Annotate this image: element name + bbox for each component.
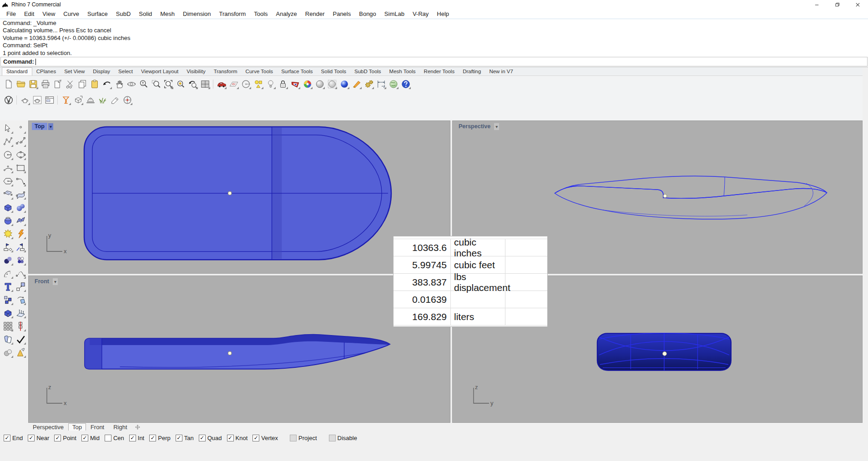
trim-tool-icon[interactable] <box>1 241 14 253</box>
patch-surface-tool-icon[interactable] <box>14 214 27 227</box>
freeform-curve-tool-icon[interactable] <box>14 175 27 187</box>
sphere-tool-icon[interactable] <box>14 201 27 214</box>
revolve-tool-icon[interactable] <box>1 214 14 227</box>
menu-item[interactable]: View <box>38 10 59 18</box>
menu-item[interactable]: Bongo <box>355 10 380 18</box>
render-plugin-icon[interactable] <box>289 78 301 90</box>
viewport-front-menu-arrow-icon[interactable]: ▾ <box>53 278 58 285</box>
volume-readout-table[interactable]: 10363.6 cubic inches 5.99745 cubic feet … <box>393 236 548 327</box>
viewport-tab[interactable]: Right <box>109 424 131 431</box>
osnap-toggle[interactable]: Knot <box>227 435 248 441</box>
osnap-toggle[interactable]: Int <box>129 435 144 441</box>
close-button[interactable] <box>848 0 868 9</box>
menu-item[interactable]: Edit <box>20 10 38 18</box>
toolbar-tab[interactable]: Display <box>89 68 114 75</box>
paste-icon[interactable] <box>88 78 101 90</box>
cut-icon[interactable] <box>64 78 76 90</box>
osnap-checkbox[interactable] <box>28 435 35 441</box>
menu-item[interactable]: Transform <box>215 10 250 18</box>
separator[interactable] <box>211 78 215 90</box>
menu-item[interactable]: Curve <box>59 10 83 18</box>
toolbar-tab[interactable]: Visibility <box>182 68 209 75</box>
viewport-front-label[interactable]: Front <box>32 278 52 285</box>
viewport-top[interactable]: Top ▾ y x <box>28 120 450 274</box>
zoom-selected-icon[interactable] <box>174 78 187 90</box>
toolbar-tab[interactable]: Surface Tools <box>277 68 317 75</box>
undo-view-change-icon[interactable] <box>187 78 199 90</box>
boolean-difference-tool-icon[interactable] <box>14 254 27 266</box>
rotate-view-icon[interactable] <box>125 78 137 90</box>
vray-decal-icon[interactable] <box>109 94 121 106</box>
rhino-render-icon[interactable] <box>215 78 227 90</box>
polygon-tool-icon[interactable] <box>1 175 14 187</box>
boolean-union-tool-icon[interactable] <box>1 254 14 266</box>
menu-item[interactable]: Solid <box>135 10 156 18</box>
menu-item[interactable]: Mesh <box>156 10 179 18</box>
osnap-toggle[interactable]: Point <box>54 435 76 441</box>
circle-tool-icon[interactable] <box>1 148 14 161</box>
command-history[interactable]: Command: _VolumeCalculating volume... Pr… <box>0 19 868 67</box>
separator[interactable] <box>15 94 19 106</box>
color-wheel-icon[interactable] <box>301 78 313 90</box>
vray-light-icon[interactable] <box>60 94 72 106</box>
viewport-top-label[interactable]: Top <box>32 123 47 130</box>
model-front-view[interactable] <box>29 276 450 422</box>
rendered-display-icon[interactable] <box>338 78 350 90</box>
viewport-front[interactable]: Front ▾ z x <box>28 276 450 423</box>
fillet-burst-tool-icon[interactable] <box>14 227 27 240</box>
menu-item[interactable]: File <box>2 10 20 18</box>
open-file-icon[interactable] <box>15 78 27 90</box>
solid-edit-tool-icon[interactable] <box>1 306 14 319</box>
render-window-icon[interactable] <box>31 94 43 106</box>
viewport-perspective-label[interactable]: Perspective <box>456 123 493 130</box>
loft-surface-tool-icon[interactable] <box>14 188 27 200</box>
box-tool-icon[interactable] <box>1 201 14 214</box>
curve-tool-icon[interactable] <box>14 135 27 148</box>
osnap-checkbox[interactable] <box>129 435 136 441</box>
arc-tool-icon[interactable] <box>1 161 14 174</box>
explode-tool-icon[interactable] <box>1 227 14 240</box>
toolbar-tab[interactable]: New in V7 <box>485 68 517 75</box>
ellipse-tool-icon[interactable] <box>14 148 27 161</box>
model-top-view[interactable] <box>29 121 450 273</box>
toolbar-tab[interactable]: Render Tools <box>420 68 459 75</box>
osnap-checkbox[interactable] <box>199 435 206 441</box>
cplane-icon[interactable] <box>227 78 240 90</box>
toolbar-tab[interactable]: Standard <box>2 67 32 75</box>
select-tool-icon[interactable] <box>1 122 14 135</box>
save-file-icon[interactable] <box>27 78 39 90</box>
toolbar-tab[interactable]: CPlanes <box>32 68 60 75</box>
menu-item[interactable]: Surface <box>83 10 112 18</box>
menu-item[interactable]: Analyze <box>272 10 301 18</box>
osnap-toggle[interactable]: Tan <box>176 435 194 441</box>
vray-geometry-icon[interactable] <box>72 94 84 106</box>
menu-item[interactable]: SimLab <box>380 10 409 18</box>
linear-array-tool-icon[interactable] <box>14 320 27 332</box>
render-icon[interactable] <box>19 94 31 106</box>
zoom-extents-icon[interactable] <box>162 78 174 90</box>
copy-icon[interactable] <box>76 78 88 90</box>
zoom-dynamic-icon[interactable] <box>137 78 150 90</box>
osnap-checkbox[interactable] <box>329 435 336 441</box>
osnap-toggle[interactable]: End <box>4 435 23 441</box>
osnap-checkbox[interactable] <box>227 435 234 441</box>
toolbar-tab[interactable]: SubD Tools <box>350 68 385 75</box>
surface-corner-points-tool-icon[interactable] <box>1 188 14 200</box>
set-view-icon[interactable] <box>240 78 252 90</box>
osnap-checkbox[interactable] <box>290 435 297 441</box>
osnap-toggle[interactable]: Project <box>290 435 317 441</box>
vray-brush-icon[interactable] <box>350 78 363 90</box>
undo-icon[interactable] <box>101 78 113 90</box>
menu-item[interactable]: SubD <box>112 10 135 18</box>
frame-buffer-icon[interactable] <box>43 94 56 106</box>
minimize-button[interactable] <box>807 0 827 9</box>
text-tool-icon[interactable] <box>1 280 14 293</box>
vray-fur-icon[interactable] <box>96 94 109 106</box>
osnap-checkbox[interactable] <box>105 435 111 441</box>
check-tool-icon[interactable] <box>14 333 27 346</box>
dimension-tools-icon[interactable] <box>375 78 387 90</box>
blend-curve-tool-icon[interactable] <box>14 267 27 280</box>
options-icon[interactable] <box>363 78 375 90</box>
export-icon[interactable] <box>51 78 64 90</box>
split-tool-icon[interactable] <box>14 241 27 253</box>
